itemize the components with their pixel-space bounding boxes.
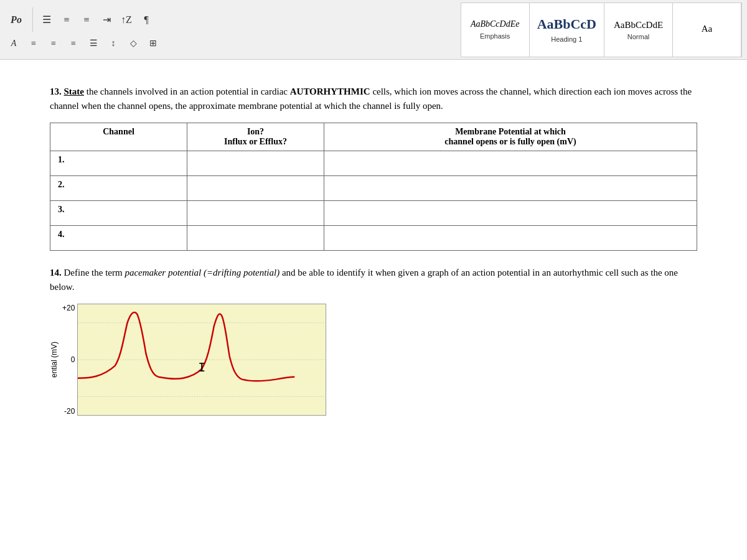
style-item-emphasis[interactable]: AaBbCcDdEe Emphasis bbox=[461, 3, 530, 57]
shading-icon[interactable]: ◇ bbox=[125, 35, 142, 52]
q13-autorhythmic: AUTORHYTHMIC bbox=[290, 86, 370, 96]
border-icon[interactable]: ⊞ bbox=[144, 35, 162, 52]
table-cell-row2-mv bbox=[324, 176, 697, 201]
font-family-dropdown[interactable]: Po bbox=[5, 11, 27, 29]
text-color-icon[interactable]: A bbox=[5, 35, 22, 52]
align-left-icon[interactable]: ≡ bbox=[25, 35, 42, 52]
table-row: 4. bbox=[50, 226, 697, 251]
toolbar-row-2: A ≡ ≡ ≡ ☰ ↕ ◇ ⊞ bbox=[5, 35, 162, 52]
table-header-ion: Ion? Influx or Efflux? bbox=[187, 123, 324, 151]
style-label-normal: Normal bbox=[627, 33, 649, 40]
table-header-channel: Channel bbox=[50, 123, 187, 151]
table-cell-row1-num: 1. bbox=[50, 151, 187, 176]
q14-number: 14. bbox=[50, 268, 62, 278]
action-potential-chart: I bbox=[77, 304, 326, 416]
table-cell-row4-num: 4. bbox=[50, 226, 187, 251]
list-style-icon-1[interactable]: ☰ bbox=[38, 11, 55, 29]
table-cell-row3-mv bbox=[324, 201, 697, 226]
question-14: 14. Define the term pacemaker potential … bbox=[50, 266, 697, 416]
style-preview-emphasis: AaBbCcDdEe bbox=[471, 19, 520, 30]
q13-table: Channel Ion? Influx or Efflux? Membrane … bbox=[50, 123, 697, 251]
chart-container: ential (mV) +20 0 -20 bbox=[50, 304, 697, 416]
style-preview-heading1: AaBbCcD bbox=[537, 16, 596, 32]
q14-text: 14. Define the term pacemaker potential … bbox=[50, 266, 697, 294]
table-cell-row3-ion bbox=[187, 201, 324, 226]
q13-state-word: State bbox=[64, 86, 85, 96]
q13-text: 13. State the channels involved in an ac… bbox=[50, 85, 697, 113]
table-row: 1. bbox=[50, 151, 697, 176]
list-style-icon-2[interactable]: ≡ bbox=[58, 11, 75, 29]
indent-more-icon[interactable]: ⇥ bbox=[98, 11, 115, 29]
header-ion-label: Ion? bbox=[247, 127, 264, 136]
align-center-icon[interactable]: ≡ bbox=[45, 35, 62, 52]
header-membrane-text: Membrane Potential at whichchannel opens… bbox=[444, 127, 576, 146]
q13-number: 13. bbox=[50, 86, 62, 96]
align-right-icon[interactable]: ≡ bbox=[65, 35, 82, 52]
line-spacing-icon[interactable]: ↕ bbox=[105, 35, 122, 52]
style-gallery: AaBbCcDdEe Emphasis AaBbCcD Heading 1 Aa… bbox=[461, 2, 742, 57]
y-label-neg20: -20 bbox=[62, 407, 75, 416]
style-label-emphasis: Emphasis bbox=[480, 32, 510, 40]
header-influx-label: Influx or Efflux? bbox=[224, 137, 287, 146]
sort-asc-icon[interactable]: ↑Z bbox=[118, 11, 135, 29]
y-axis-title: ential (mV) bbox=[50, 342, 59, 378]
text-cursor: I bbox=[198, 360, 205, 375]
q13-text-body: the channels involved in an action poten… bbox=[50, 86, 692, 111]
y-label-0: 0 bbox=[62, 355, 75, 364]
pilcrow-icon[interactable]: ¶ bbox=[138, 11, 155, 29]
style-item-heading1[interactable]: AaBbCcD Heading 1 bbox=[530, 3, 604, 57]
table-header-row: Channel Ion? Influx or Efflux? Membrane … bbox=[50, 123, 697, 151]
list-style-icon-3[interactable]: ≡ bbox=[78, 11, 95, 29]
toolbar: Po ☰ ≡ ≡ ⇥ ↑Z ¶ A ≡ ≡ ≡ ☰ ↕ ◇ ⊞ AaBbCcDd… bbox=[0, 0, 747, 60]
table-cell-row1-mv bbox=[324, 151, 697, 176]
table-row: 3. bbox=[50, 201, 697, 226]
q14-define-word: Define the term bbox=[64, 268, 125, 278]
table-row: 2. bbox=[50, 176, 697, 201]
table-cell-row4-mv bbox=[324, 226, 697, 251]
y-label-20: +20 bbox=[62, 304, 75, 312]
style-item-aa[interactable]: Aa bbox=[673, 3, 741, 57]
table-cell-row3-num: 3. bbox=[50, 201, 187, 226]
table-cell-row1-ion bbox=[187, 151, 324, 176]
style-preview-aa: Aa bbox=[702, 23, 713, 34]
table-cell-row4-ion bbox=[187, 226, 324, 251]
style-item-normal[interactable]: AaBbCcDdE Normal bbox=[604, 3, 673, 57]
toolbar-left: Po ☰ ≡ ≡ ⇥ ↑Z ¶ A ≡ ≡ ≡ ☰ ↕ ◇ ⊞ bbox=[5, 7, 162, 52]
table-header-membrane: Membrane Potential at whichchannel opens… bbox=[324, 123, 697, 151]
divider-1 bbox=[32, 7, 33, 32]
align-justify-icon[interactable]: ☰ bbox=[85, 35, 102, 52]
style-label-heading1: Heading 1 bbox=[551, 35, 582, 43]
question-13: 13. State the channels involved in an ac… bbox=[50, 85, 697, 251]
table-cell-row2-ion bbox=[187, 176, 324, 201]
toolbar-row-1: Po ☰ ≡ ≡ ⇥ ↑Z ¶ bbox=[5, 7, 155, 32]
style-preview-normal: AaBbCcDdE bbox=[614, 19, 663, 30]
table-cell-row2-num: 2. bbox=[50, 176, 187, 201]
q14-italic-term: pacemaker potential (=drifting potential… bbox=[125, 268, 280, 278]
content-area: 13. State the channels involved in an ac… bbox=[0, 60, 747, 560]
